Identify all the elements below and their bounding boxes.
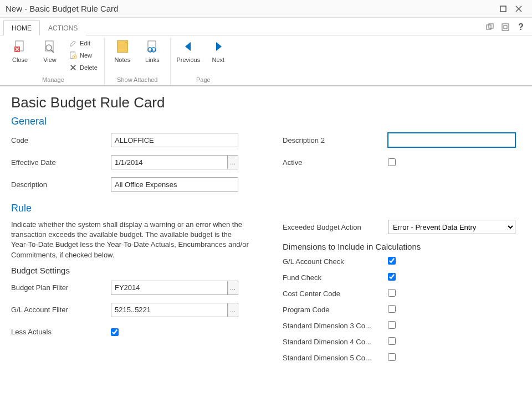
notes-icon (115, 39, 130, 54)
gl-account-filter-input[interactable] (111, 303, 227, 317)
dimension-row: Cost Center Code (283, 289, 521, 298)
maximize-icon (500, 6, 507, 12)
svg-rect-21 (148, 41, 156, 51)
ribbon: Close View Edit New Delete (0, 35, 532, 86)
page-title: Basic Budget Rule Card (11, 94, 521, 111)
close-page-icon (12, 39, 28, 54)
dimension-row: Standard Dimension 5 Co... (283, 353, 521, 363)
ribbon-group-label-show: Show Attached (117, 76, 157, 83)
title-bar: New - Basic Budget Rule Card (0, 0, 532, 18)
expand-icon-button[interactable] (498, 19, 513, 35)
popout-icon (485, 23, 494, 32)
new-icon (69, 51, 78, 60)
budget-plan-filter-input[interactable] (111, 281, 227, 295)
gl-account-filter-label: G/L Account Filter (11, 306, 111, 314)
svg-rect-6 (504, 25, 507, 29)
ribbon-tabs: HOME ACTIONS ? (0, 18, 532, 35)
dimension-checkbox[interactable] (388, 273, 396, 281)
previous-button[interactable]: Previous (175, 38, 202, 64)
help-button[interactable]: ? (513, 19, 529, 35)
close-icon (515, 6, 522, 12)
popout-icon-button[interactable] (482, 19, 498, 35)
budget-settings-heading: Budget Settings (11, 266, 249, 275)
dimension-label: Fund Check (283, 273, 388, 282)
links-icon (145, 39, 160, 54)
svg-rect-5 (502, 24, 509, 30)
dimension-label: G/L Account Check (283, 257, 388, 266)
dimension-label: Standard Dimension 3 Co... (283, 322, 388, 330)
links-button[interactable]: Links (139, 38, 166, 64)
description-label: Description (11, 180, 111, 189)
description2-label: Description 2 (283, 136, 388, 144)
gl-account-lookup-button[interactable]: … (227, 303, 238, 317)
dimension-row: Standard Dimension 4 Co... (283, 337, 521, 347)
delete-icon (69, 63, 78, 72)
less-actuals-checkbox[interactable] (111, 328, 119, 336)
effective-date-input[interactable] (111, 155, 227, 169)
dimension-row: G/L Account Check (283, 257, 521, 266)
dimension-label: Program Code (283, 306, 388, 314)
dimension-checkbox[interactable] (388, 337, 396, 345)
new-button[interactable]: New (66, 50, 100, 61)
edit-icon (69, 39, 78, 48)
tab-actions[interactable]: ACTIONS (40, 20, 86, 35)
dimension-label: Standard Dimension 5 Co... (283, 354, 388, 362)
view-button[interactable]: View (37, 38, 63, 64)
previous-icon (181, 39, 196, 54)
dimension-row: Program Code (283, 305, 521, 314)
edit-button[interactable]: Edit (66, 38, 100, 49)
close-button[interactable]: Close (7, 38, 33, 64)
ribbon-group-page: Previous Next Page (171, 38, 236, 85)
dimension-row: Standard Dimension 3 Co... (283, 321, 521, 330)
rule-description-text: Indicate whether the system shall displa… (11, 220, 249, 260)
svg-rect-0 (500, 6, 506, 12)
description2-input[interactable] (388, 133, 515, 147)
close-window-button[interactable] (511, 1, 526, 17)
less-actuals-label: Less Actuals (11, 328, 111, 336)
content-area: Basic Budget Rule Card General Code Effe… (0, 86, 532, 369)
dimension-checkbox[interactable] (388, 353, 396, 361)
code-input[interactable] (111, 133, 238, 147)
exceeded-budget-action-label: Exceeded Budget Action (283, 223, 388, 231)
tab-home[interactable]: HOME (3, 20, 40, 35)
delete-button[interactable]: Delete (66, 62, 100, 73)
effective-date-lookup-button[interactable]: … (227, 155, 238, 169)
description-input[interactable] (111, 177, 238, 192)
dimension-label: Cost Center Code (283, 290, 388, 298)
view-icon (42, 39, 58, 54)
dimension-checkbox[interactable] (388, 257, 396, 265)
effective-date-label: Effective Date (11, 158, 111, 167)
notes-button[interactable]: Notes (109, 38, 136, 64)
code-label: Code (11, 136, 111, 144)
window-title: New - Basic Budget Rule Card (6, 4, 118, 13)
ribbon-group-label-manage: Manage (42, 76, 64, 83)
ribbon-group-manage: Close View Edit New Delete (2, 38, 105, 85)
expand-icon (501, 23, 510, 32)
dimension-checkbox[interactable] (388, 321, 396, 329)
next-button[interactable]: Next (205, 38, 232, 64)
ribbon-group-show-attached: Notes Links Show Attached (105, 38, 171, 85)
dimension-row: Fund Check (283, 273, 521, 282)
help-icon: ? (518, 22, 524, 32)
dimensions-heading: Dimensions to Include in Calculations (283, 242, 521, 251)
active-checkbox[interactable] (388, 158, 396, 166)
active-label: Active (283, 158, 388, 167)
next-icon (211, 39, 226, 54)
section-rule-heading[interactable]: Rule (11, 203, 521, 214)
section-general-heading[interactable]: General (11, 116, 521, 127)
budget-plan-filter-label: Budget Plan Filter (11, 283, 111, 292)
dimension-label: Standard Dimension 4 Co... (283, 338, 388, 346)
dimension-checkbox[interactable] (388, 289, 396, 297)
maximize-button[interactable] (495, 1, 511, 17)
exceeded-budget-action-select[interactable]: Error - Prevent Data Entry (388, 220, 515, 234)
ribbon-group-label-page: Page (196, 76, 211, 83)
dimension-checkbox[interactable] (388, 305, 396, 313)
budget-plan-lookup-button[interactable]: … (227, 281, 238, 295)
